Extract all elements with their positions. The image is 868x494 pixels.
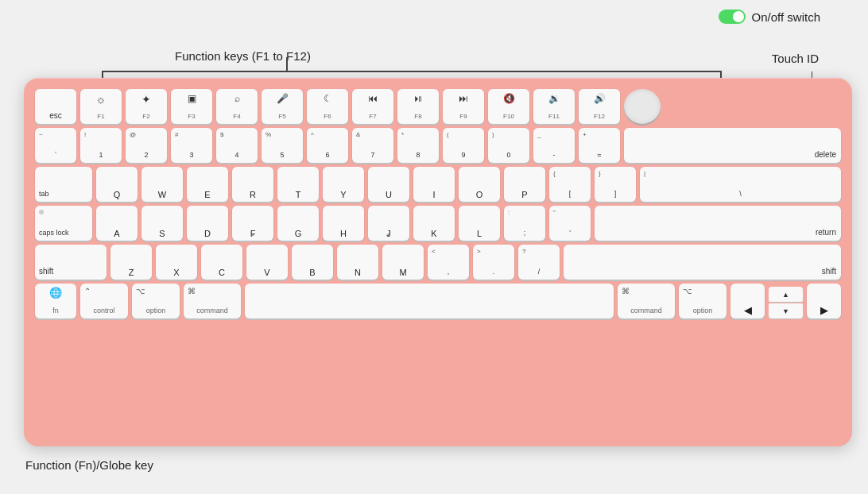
key-l[interactable]: L — [459, 206, 500, 241]
key-delete[interactable]: delete — [624, 128, 841, 163]
onoff-area: On/off switch — [719, 10, 820, 24]
key-p[interactable]: P — [504, 167, 545, 202]
key-capslock[interactable]: caps lock — [35, 206, 92, 241]
key-lbracket[interactable]: { [ — [549, 167, 591, 202]
key-q[interactable]: Q — [96, 167, 138, 202]
key-comma[interactable]: < , — [428, 245, 469, 280]
key-r[interactable]: R — [232, 167, 273, 202]
key-f4[interactable]: ⌕ F4 — [216, 89, 258, 124]
key-g[interactable]: G — [277, 206, 319, 241]
key-arrow-left[interactable]: ◀ — [730, 284, 765, 318]
key-o[interactable]: O — [459, 167, 500, 202]
key-n[interactable]: N — [337, 245, 378, 280]
key-j[interactable]: J — [368, 206, 409, 241]
key-arrow-up[interactable]: ▲ — [769, 287, 803, 302]
key-period[interactable]: > . — [473, 245, 514, 280]
key-c[interactable]: C — [201, 245, 242, 280]
key-spacebar[interactable] — [245, 284, 614, 318]
key-h[interactable]: H — [323, 206, 364, 241]
key-a[interactable]: A — [96, 206, 138, 241]
key-5[interactable]: % 5 — [262, 128, 303, 163]
key-f7[interactable]: ⏮ F7 — [352, 89, 393, 124]
key-backslash[interactable]: | \ — [640, 167, 841, 202]
key-equals[interactable]: + = — [579, 128, 620, 163]
key-z[interactable]: Z — [110, 245, 152, 280]
key-i[interactable]: I — [413, 167, 455, 202]
key-option-left[interactable]: ⌥ option — [132, 284, 180, 318]
key-e[interactable]: E — [187, 167, 228, 202]
key-f8[interactable]: ⏯ F8 — [397, 89, 439, 124]
key-4[interactable]: $ 4 — [216, 128, 258, 163]
key-u[interactable]: U — [368, 167, 409, 202]
key-m[interactable]: M — [382, 245, 424, 280]
key-f11[interactable]: 🔉 F11 — [533, 89, 575, 124]
key-shift-right[interactable]: shift — [564, 245, 841, 280]
key-f6[interactable]: ☾ F6 — [307, 89, 348, 124]
key-w[interactable]: W — [141, 167, 183, 202]
key-6[interactable]: ^ 6 — [307, 128, 348, 163]
row-numbers: ~ ` ! 1 @ 2 # 3 $ 4 % 5 ^ 6 & 7 — [35, 128, 841, 163]
key-esc[interactable]: esc — [35, 89, 76, 124]
key-f[interactable]: F — [232, 206, 273, 241]
row-qwerty: tab Q W E R T Y U I O P { [ } ] | \ — [35, 167, 841, 202]
key-command-right[interactable]: ⌘ command — [618, 284, 675, 318]
key-f1[interactable]: ☼ F1 — [80, 89, 122, 124]
key-quote[interactable]: " ' — [549, 206, 591, 241]
key-return[interactable]: return — [595, 206, 841, 241]
key-y[interactable]: Y — [323, 167, 364, 202]
key-arrow-down[interactable]: ▼ — [769, 303, 803, 318]
row-zxcv: shift Z X C V B N M < , > . ? / shift — [35, 245, 841, 280]
key-3[interactable]: # 3 — [171, 128, 212, 163]
key-8[interactable]: * 8 — [397, 128, 439, 163]
key-slash[interactable]: ? / — [518, 245, 560, 280]
key-shift-left[interactable]: shift — [35, 245, 107, 280]
key-v[interactable]: V — [246, 245, 288, 280]
key-1[interactable]: ! 1 — [80, 128, 122, 163]
toggle-switch[interactable] — [719, 10, 746, 24]
key-k[interactable]: K — [413, 206, 455, 241]
function-keys-label: Function keys (F1 to F12) — [175, 49, 311, 63]
keyboard-body: esc ☼ F1 ✦ F2 ▣ F3 ⌕ F4 🎤 F5 ☾ F6 — [24, 78, 852, 446]
onoff-label: On/off switch — [752, 10, 820, 24]
key-2[interactable]: @ 2 — [126, 128, 167, 163]
key-x[interactable]: X — [156, 245, 197, 280]
key-arrow-right[interactable]: ▶ — [807, 284, 841, 318]
key-t[interactable]: T — [277, 167, 319, 202]
row-fkeys: esc ☼ F1 ✦ F2 ▣ F3 ⌕ F4 🎤 F5 ☾ F6 — [35, 89, 841, 124]
key-backtick[interactable]: ~ ` — [35, 128, 76, 163]
fn-globe-label: Function (Fn)/Globe key — [25, 458, 153, 472]
key-touchid[interactable] — [624, 89, 661, 124]
key-7[interactable]: & 7 — [352, 128, 393, 163]
key-semicolon[interactable]: : ; — [504, 206, 545, 241]
key-f10[interactable]: 🔇 F10 — [488, 89, 529, 124]
key-f3[interactable]: ▣ F3 — [171, 89, 212, 124]
key-f9[interactable]: ⏭ F9 — [443, 89, 484, 124]
key-f5[interactable]: 🎤 F5 — [262, 89, 303, 124]
key-9[interactable]: ( 9 — [443, 128, 484, 163]
key-control[interactable]: ⌃ control — [80, 284, 128, 318]
arrow-up-down-container: ▲ ▼ — [769, 287, 803, 318]
key-0[interactable]: ) 0 — [488, 128, 529, 163]
touchid-label: Touch ID — [772, 52, 819, 65]
row-bottom: 🌐 fn ⌃ control ⌥ option ⌘ command ⌘ comm… — [35, 284, 841, 318]
key-fn-globe[interactable]: 🌐 fn — [35, 284, 76, 318]
key-minus[interactable]: _ - — [533, 128, 575, 163]
key-f12[interactable]: 🔊 F12 — [579, 89, 620, 124]
key-b[interactable]: B — [292, 245, 333, 280]
key-command-left[interactable]: ⌘ command — [184, 284, 241, 318]
key-option-right[interactable]: ⌥ option — [679, 284, 727, 318]
row-asdf: caps lock A S D F G H J K L : ; " ' retu… — [35, 206, 841, 241]
key-s[interactable]: S — [141, 206, 183, 241]
key-rbracket[interactable]: } ] — [595, 167, 636, 202]
key-d[interactable]: D — [187, 206, 228, 241]
key-f2[interactable]: ✦ F2 — [126, 89, 167, 124]
key-tab[interactable]: tab — [35, 167, 92, 202]
